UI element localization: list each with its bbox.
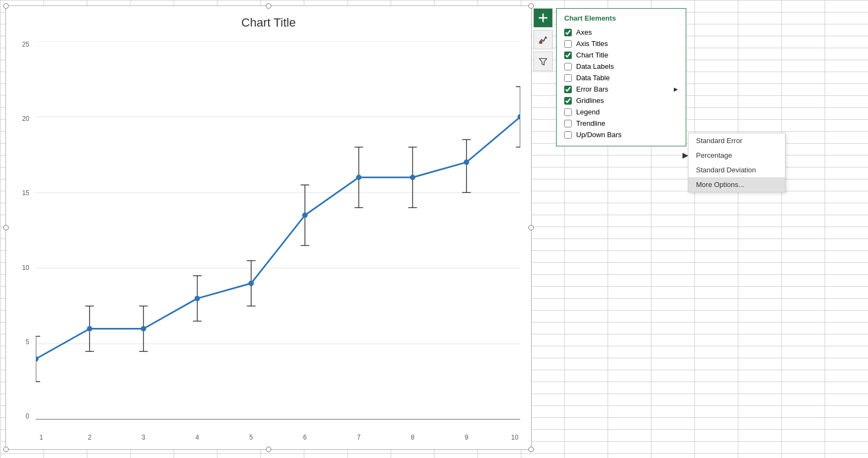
label-updown-bars: Up/Down Bars: [576, 131, 622, 139]
panel-item-axis-titles[interactable]: Axis Titles: [564, 38, 678, 49]
panel-item-data-labels[interactable]: Data Labels: [564, 61, 678, 72]
label-legend: Legend: [576, 108, 599, 116]
x-label-7: 7: [348, 434, 369, 441]
x-label-8: 8: [402, 434, 424, 441]
x-label-1: 1: [36, 434, 47, 441]
label-data-labels: Data Labels: [576, 62, 614, 70]
checkbox-axes[interactable]: [564, 29, 572, 36]
chart-svg: [36, 41, 520, 420]
submenu-standard-error[interactable]: Standard Error: [688, 133, 785, 148]
submenu-standard-deviation[interactable]: Standard Deviation: [688, 163, 785, 177]
handle-mid-right[interactable]: [528, 225, 534, 230]
chart-filters-button[interactable]: [533, 51, 553, 71]
data-point-9: [464, 159, 469, 165]
y-label-0: 0: [25, 413, 29, 420]
checkbox-chart-title[interactable]: [564, 51, 572, 59]
y-label-20: 20: [22, 115, 29, 122]
data-point-7: [356, 175, 361, 180]
label-chart-title: Chart Title: [576, 51, 608, 59]
label-axes: Axes: [576, 28, 592, 36]
checkbox-axis-titles[interactable]: [564, 40, 572, 48]
chart-sidebar: [533, 8, 553, 71]
label-data-table: Data Table: [576, 74, 610, 82]
handle-top-center[interactable]: [266, 3, 271, 9]
checkbox-updown-bars[interactable]: [564, 131, 572, 139]
data-point-2: [87, 326, 92, 331]
data-point-5: [248, 281, 254, 286]
panel-item-trendline[interactable]: Trendline: [564, 118, 678, 129]
handle-bottom-right[interactable]: [528, 447, 534, 452]
y-label-5: 5: [25, 339, 29, 345]
x-label-10: 10: [509, 434, 520, 441]
data-point-3: [141, 326, 146, 331]
handle-top-left[interactable]: [3, 3, 9, 9]
y-label-10: 10: [22, 265, 29, 271]
submenu-percentage[interactable]: Percentage: [688, 148, 785, 163]
data-point-8: [410, 175, 416, 180]
error-bars-submenu: Standard Error Percentage Standard Devia…: [688, 133, 786, 192]
chart-styles-button[interactable]: [533, 30, 553, 49]
x-label-6: 6: [294, 434, 316, 441]
handle-bottom-left[interactable]: [3, 447, 9, 452]
data-point-6: [302, 212, 308, 218]
label-error-bars: Error Bars: [576, 85, 608, 93]
panel-item-legend[interactable]: Legend: [564, 106, 678, 118]
x-label-9: 9: [456, 434, 477, 441]
label-axis-titles: Axis Titles: [576, 40, 608, 48]
panel-title: Chart Elements: [564, 14, 678, 22]
x-label-5: 5: [240, 434, 262, 441]
panel-item-axes[interactable]: Axes: [564, 27, 678, 38]
label-gridlines: Gridlines: [576, 96, 604, 105]
chart-elements-button[interactable]: [533, 8, 553, 28]
panel-item-gridlines[interactable]: Gridlines: [564, 95, 678, 106]
checkbox-trendline[interactable]: [564, 120, 572, 127]
checkbox-error-bars[interactable]: [564, 86, 572, 93]
handle-bottom-center[interactable]: [266, 447, 271, 452]
checkbox-data-labels[interactable]: [564, 63, 572, 70]
panel-item-chart-title[interactable]: Chart Title: [564, 49, 678, 61]
x-label-4: 4: [187, 434, 208, 441]
chart-container: Chart Title 0 5 10 15 20 25: [5, 5, 532, 450]
panel-item-error-bars[interactable]: Error Bars: [564, 83, 678, 95]
chart-elements-panel: Chart Elements Axes Axis Titles Chart Ti…: [556, 8, 686, 146]
panel-item-updown-bars[interactable]: Up/Down Bars: [564, 129, 678, 140]
submenu-more-options[interactable]: More Options...: [688, 177, 785, 192]
x-axis-labels: 1 2 3 4 5 6 7 8 9 10: [36, 434, 520, 441]
checkbox-gridlines[interactable]: [564, 97, 572, 105]
chart-title: Chart Title: [6, 6, 531, 35]
checkbox-legend[interactable]: [564, 108, 572, 116]
x-label-2: 2: [79, 434, 100, 441]
label-trendline: Trendline: [576, 119, 605, 127]
y-axis-labels: 0 5 10 15 20 25: [10, 41, 29, 420]
panel-item-data-table[interactable]: Data Table: [564, 72, 678, 83]
y-label-15: 15: [22, 190, 29, 196]
y-label-25: 25: [22, 41, 29, 48]
checkbox-data-table[interactable]: [564, 74, 572, 82]
x-label-3: 3: [132, 434, 154, 441]
data-point-4: [195, 296, 200, 301]
handle-mid-left[interactable]: [3, 225, 9, 230]
